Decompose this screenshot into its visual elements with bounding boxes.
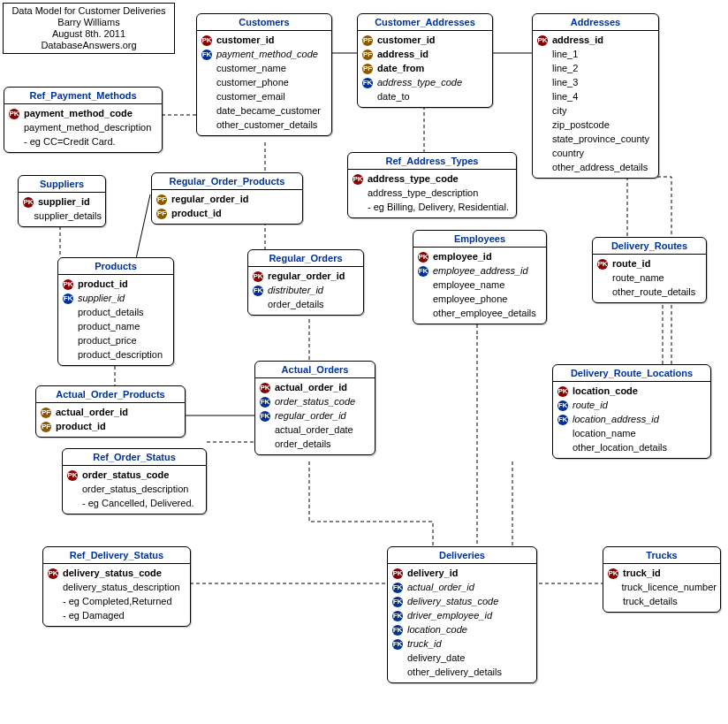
key-indicator: FK — [417, 264, 429, 277]
column-name: driver_employee_id — [404, 610, 492, 621]
entity-title: Regular_Order_Products — [152, 173, 302, 190]
meta-author: Barry Williams — [7, 17, 171, 28]
entity-body: PKdelivery_idFKactual_order_idFKdelivery… — [388, 564, 536, 682]
entity-title: Trucks — [603, 547, 720, 564]
column-row: date_became_customer — [201, 103, 328, 118]
primary-key-icon: PK — [608, 568, 618, 579]
column-row: PFregular_order_id — [155, 192, 299, 206]
foreign-key-icon: FK — [253, 286, 263, 296]
column-row: date_to — [361, 89, 489, 103]
key-indicator: PK — [391, 567, 404, 579]
column-name: regular_order_id — [168, 194, 248, 204]
entity-title: Delivery_Routes — [593, 238, 706, 255]
column-row: supplier_details — [22, 209, 102, 223]
column-name: route_name — [609, 272, 664, 283]
entity-deliveries: DeliveriesPKdelivery_idFKactual_order_id… — [387, 546, 537, 683]
column-name: order_details — [271, 438, 331, 449]
key-indicator: PF — [155, 207, 168, 219]
foreign-key-icon: FK — [63, 293, 73, 304]
column-row: PKproduct_id — [62, 277, 170, 291]
column-row: city — [536, 103, 655, 118]
column-row: other_address_details — [536, 160, 655, 174]
key-indicator: PK — [596, 257, 609, 270]
column-name: supplier_details — [31, 210, 102, 221]
column-name: order_status_code — [271, 396, 355, 407]
key-indicator: PK — [66, 469, 79, 481]
key-indicator: PF — [361, 62, 374, 74]
primary-key-icon: PK — [201, 35, 212, 46]
column-row: FKpayment_method_code — [201, 47, 328, 61]
column-name: order_status_code — [79, 469, 169, 480]
column-row: employee_name — [417, 278, 542, 292]
column-name: other_delivery_details — [404, 667, 502, 677]
column-row: other_route_details — [596, 285, 702, 299]
column-name: delivery_date — [404, 652, 465, 663]
key-indicator: PK — [252, 270, 264, 282]
foreign-key-icon: FK — [260, 397, 270, 408]
key-indicator: PK — [607, 567, 619, 579]
column-row: address_type_description — [352, 186, 512, 200]
entity-title: Deliveries — [388, 547, 536, 564]
column-name: location_name — [569, 428, 636, 438]
column-row: - eg Cancelled, Delivered. — [66, 496, 202, 510]
column-row: FKdriver_employee_id — [391, 608, 533, 622]
key-indicator: FK — [391, 581, 404, 593]
column-row: - eg Damaged — [47, 608, 186, 622]
entity-title: Actual_Orders — [255, 362, 375, 378]
column-name: city — [549, 105, 567, 116]
entity-body: PKtruck_idtruck_licence_numbertruck_deta… — [603, 564, 720, 612]
entity-title: Actual_Order_Products — [36, 386, 185, 403]
column-row: FKroute_id — [557, 398, 707, 412]
column-row: country — [536, 146, 655, 160]
key-indicator: PK — [352, 172, 364, 185]
entity-body: PKdelivery_status_codedelivery_status_de… — [43, 564, 190, 626]
column-row: other_customer_details — [201, 118, 328, 132]
column-row: FKdistributer_id — [252, 283, 360, 297]
column-name: truck_details — [619, 596, 678, 606]
primary-key-icon: PK — [537, 35, 548, 46]
entity-suppliers: SuppliersPKsupplier_idsupplier_details — [18, 175, 106, 227]
column-name: other_customer_details — [213, 119, 317, 130]
foreign-key-icon: FK — [260, 411, 270, 422]
column-row: - eg Billing, Delivery, Residential. — [352, 200, 512, 214]
column-row: PKsupplier_id — [22, 194, 102, 209]
key-indicator: FK — [252, 284, 264, 296]
column-name: location_code — [404, 624, 467, 635]
entity-body: PKcustomer_idFKpayment_method_codecustom… — [197, 31, 331, 135]
key-indicator: PK — [62, 278, 74, 290]
column-name: route_id — [609, 258, 650, 269]
column-row: product_details — [62, 305, 170, 319]
entity-actual-orders: Actual_OrdersPKactual_order_idFKorder_st… — [254, 361, 375, 455]
column-row: line_2 — [536, 61, 655, 75]
entity-title: Regular_Orders — [248, 250, 363, 267]
column-name: employee_phone — [429, 293, 507, 304]
key-indicator: FK — [391, 637, 404, 650]
column-name: regular_order_id — [271, 410, 346, 421]
column-name: date_to — [374, 91, 410, 102]
entity-title: Employees — [413, 231, 546, 248]
column-row: FKtruck_id — [391, 636, 533, 651]
column-name: product_details — [74, 307, 144, 317]
entity-title: Ref_Address_Types — [348, 153, 516, 170]
entity-title: Delivery_Route_Locations — [553, 365, 710, 382]
key-indicator: PK — [22, 195, 34, 208]
entity-ref-delivery-status: Ref_Delivery_StatusPKdelivery_status_cod… — [42, 546, 191, 627]
column-name: supplier_id — [34, 196, 90, 207]
primary-key-icon: PK — [48, 568, 58, 579]
entity-customers: CustomersPKcustomer_idFKpayment_method_c… — [196, 13, 332, 136]
entity-body: PKroute_idroute_nameother_route_details — [593, 255, 706, 302]
key-indicator: FK — [557, 413, 569, 425]
column-name: location_address_id — [569, 414, 659, 424]
column-row: line_1 — [536, 47, 655, 61]
column-row: other_employee_details — [417, 306, 542, 320]
column-name: - eg Completed,Returned — [59, 596, 172, 606]
entity-delivery-routes: Delivery_RoutesPKroute_idroute_nameother… — [592, 237, 707, 303]
column-name: payment_method_code — [20, 108, 133, 118]
column-row: line_4 — [536, 89, 655, 103]
column-name: - eg Damaged — [59, 610, 125, 621]
key-indicator: PK — [417, 250, 429, 263]
entity-actual-order-products: Actual_Order_ProductsPFactual_order_idPF… — [35, 385, 186, 438]
column-name: line_4 — [549, 91, 578, 102]
key-indicator: FK — [62, 292, 74, 304]
key-indicator: PK — [201, 34, 213, 46]
